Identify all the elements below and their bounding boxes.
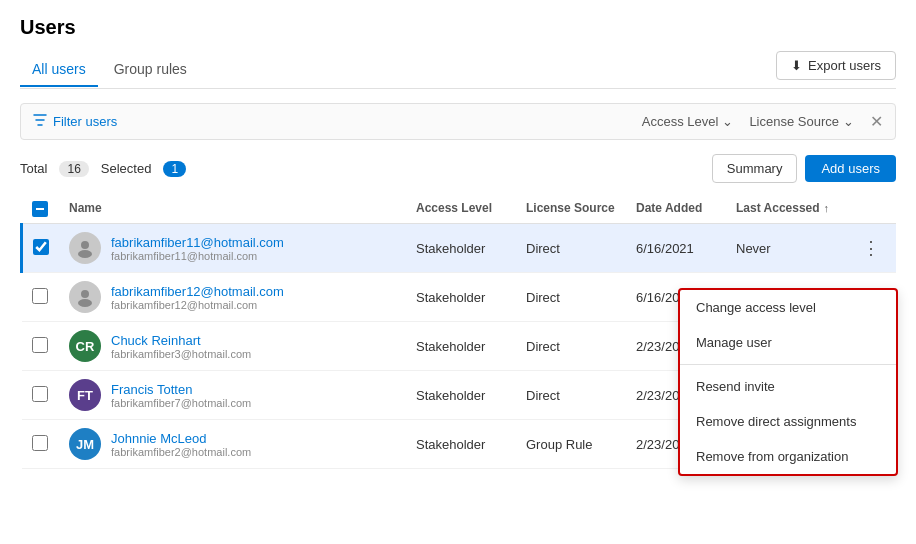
- user-secondary-email: fabrikamfiber3@hotmail.com: [111, 348, 251, 360]
- access-level-cell: Stakeholder: [406, 420, 516, 469]
- avatar: FT: [69, 379, 101, 411]
- sort-asc-icon: ↑: [824, 202, 830, 214]
- user-info: FT Francis Totten fabrikamfiber7@hotmail…: [69, 379, 396, 411]
- svg-point-2: [81, 290, 89, 298]
- user-secondary-email: fabrikamfiber2@hotmail.com: [111, 446, 251, 458]
- row-checkbox[interactable]: [32, 435, 48, 451]
- license-source-cell: Direct: [516, 224, 626, 273]
- access-level-cell: Stakeholder: [406, 224, 516, 273]
- tabs-container: All users Group rules: [20, 53, 199, 87]
- date-added-cell: 6/16/2021: [626, 224, 726, 273]
- table-row: fabrikamfiber11@hotmail.com fabrikamfibe…: [22, 224, 897, 273]
- avatar: JM: [69, 428, 101, 460]
- access-level-cell: Stakeholder: [406, 273, 516, 322]
- row-action-button[interactable]: ⋮: [856, 235, 886, 261]
- avatar: [69, 232, 101, 264]
- toolbar-right: Summary Add users: [712, 154, 896, 183]
- user-names: Francis Totten fabrikamfiber7@hotmail.co…: [111, 382, 251, 409]
- access-level-dropdown[interactable]: Access Level ⌄: [642, 114, 734, 129]
- filter-dropdowns: Access Level ⌄ License Source ⌄ ✕: [642, 112, 883, 131]
- col-header-access: Access Level: [416, 201, 492, 215]
- summary-button[interactable]: Summary: [712, 154, 798, 183]
- context-menu-item-change-access[interactable]: Change access level: [680, 290, 896, 325]
- export-users-button[interactable]: ⬇ Export users: [776, 51, 896, 80]
- avatar: CR: [69, 330, 101, 362]
- license-source-dropdown[interactable]: License Source ⌄: [749, 114, 854, 129]
- user-primary-name[interactable]: fabrikamfiber11@hotmail.com: [111, 235, 284, 250]
- svg-point-0: [81, 241, 89, 249]
- download-icon: ⬇: [791, 58, 802, 73]
- total-count-badge: 16: [59, 161, 88, 177]
- user-names: fabrikamfiber11@hotmail.com fabrikamfibe…: [111, 235, 284, 262]
- col-header-name: Name: [69, 201, 102, 215]
- user-names: Chuck Reinhart fabrikamfiber3@hotmail.co…: [111, 333, 251, 360]
- tab-all-users[interactable]: All users: [20, 53, 98, 87]
- user-info: CR Chuck Reinhart fabrikamfiber3@hotmail…: [69, 330, 396, 362]
- row-checkbox[interactable]: [32, 386, 48, 402]
- user-primary-name[interactable]: Johnnie McLeod: [111, 431, 251, 446]
- row-checkbox[interactable]: [33, 239, 49, 255]
- context-menu-item-remove-org[interactable]: Remove from organization: [680, 439, 896, 474]
- context-menu-item-manage-user[interactable]: Manage user: [680, 325, 896, 360]
- user-primary-name[interactable]: fabrikamfiber12@hotmail.com: [111, 284, 284, 299]
- license-source-cell: Direct: [516, 322, 626, 371]
- context-menu-divider: [680, 364, 896, 365]
- filter-close-button[interactable]: ✕: [870, 112, 883, 131]
- user-info: JM Johnnie McLeod fabrikamfiber2@hotmail…: [69, 428, 396, 460]
- export-label: Export users: [808, 58, 881, 73]
- user-primary-name[interactable]: Chuck Reinhart: [111, 333, 251, 348]
- toolbar: Total 16 Selected 1 Summary Add users: [20, 154, 896, 183]
- user-secondary-email: fabrikamfiber12@hotmail.com: [111, 299, 284, 311]
- license-source-cell: Direct: [516, 371, 626, 420]
- access-level-cell: Stakeholder: [406, 322, 516, 371]
- user-names: fabrikamfiber12@hotmail.com fabrikamfibe…: [111, 284, 284, 311]
- svg-point-3: [78, 299, 92, 307]
- context-menu-item-remove-direct[interactable]: Remove direct assignments: [680, 404, 896, 439]
- license-source-label: License Source: [749, 114, 839, 129]
- filter-bar: Filter users Access Level ⌄ License Sour…: [20, 103, 896, 140]
- avatar: [69, 281, 101, 313]
- license-source-cell: Group Rule: [516, 420, 626, 469]
- access-level-cell: Stakeholder: [406, 371, 516, 420]
- filter-users-button[interactable]: Filter users: [33, 113, 117, 130]
- selected-label: Selected: [101, 161, 152, 176]
- col-header-license: License Source: [526, 201, 615, 215]
- svg-point-1: [78, 250, 92, 258]
- chevron-down-icon: ⌄: [843, 114, 854, 129]
- context-menu: Change access level Manage user Resend i…: [678, 288, 898, 476]
- chevron-down-icon: ⌄: [722, 114, 733, 129]
- last-accessed-cell: Never: [726, 224, 846, 273]
- filter-label: Filter users: [53, 114, 117, 129]
- selected-count-badge: 1: [163, 161, 186, 177]
- filter-icon: [33, 113, 47, 130]
- context-menu-item-resend-invite[interactable]: Resend invite: [680, 369, 896, 404]
- tab-group-rules[interactable]: Group rules: [102, 53, 199, 87]
- col-header-date: Date Added: [636, 201, 702, 215]
- license-source-cell: Direct: [516, 273, 626, 322]
- add-users-button[interactable]: Add users: [805, 155, 896, 182]
- user-primary-name[interactable]: Francis Totten: [111, 382, 251, 397]
- select-all-checkbox[interactable]: [32, 201, 48, 217]
- user-secondary-email: fabrikamfiber11@hotmail.com: [111, 250, 284, 262]
- total-label: Total: [20, 161, 47, 176]
- page-title: Users: [20, 16, 896, 39]
- user-info: fabrikamfiber12@hotmail.com fabrikamfibe…: [69, 281, 396, 313]
- access-level-label: Access Level: [642, 114, 719, 129]
- user-names: Johnnie McLeod fabrikamfiber2@hotmail.co…: [111, 431, 251, 458]
- user-secondary-email: fabrikamfiber7@hotmail.com: [111, 397, 251, 409]
- row-checkbox[interactable]: [32, 337, 48, 353]
- col-header-last-accessed[interactable]: Last Accessed ↑: [736, 201, 836, 215]
- user-info: fabrikamfiber11@hotmail.com fabrikamfibe…: [69, 232, 396, 264]
- toolbar-left: Total 16 Selected 1: [20, 161, 186, 177]
- row-checkbox[interactable]: [32, 288, 48, 304]
